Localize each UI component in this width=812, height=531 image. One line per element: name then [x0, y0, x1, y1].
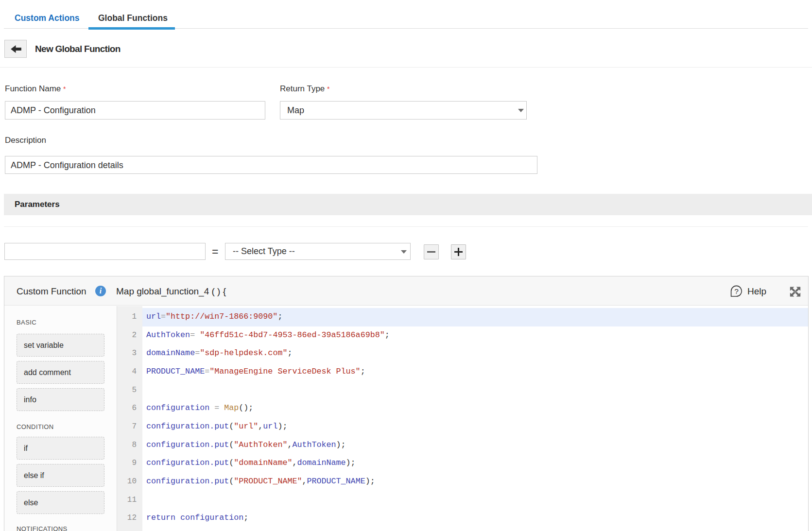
svg-text:?: ?: [734, 287, 739, 295]
